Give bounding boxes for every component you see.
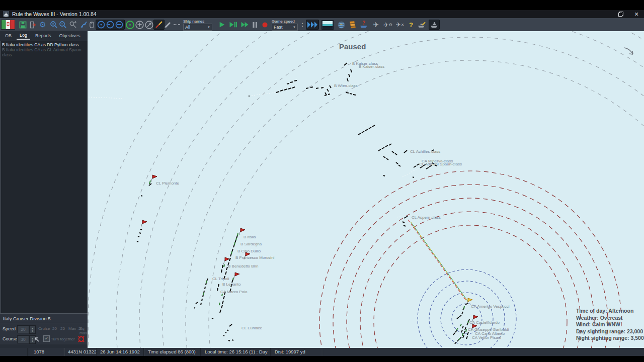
- game-speed-dropdown[interactable]: Fast ▼: [272, 24, 298, 31]
- ship-display-toggle[interactable]: [429, 20, 440, 30]
- plane-icon: ✈: [373, 21, 379, 29]
- status-blank: [0, 348, 28, 356]
- play-button[interactable]: [217, 20, 226, 30]
- spinner-down-icon[interactable]: ▼: [31, 330, 33, 332]
- view-horizon-toggle[interactable]: [114, 20, 125, 30]
- log-list[interactable]: B Italia identifies CA as DD Python-clas…: [1, 41, 89, 315]
- weather-panel-button[interactable]: [321, 20, 334, 30]
- speed-stepper[interactable]: ▲ ▼: [29, 325, 36, 334]
- ship-label[interactable]: B Francesco Morosini: [235, 255, 274, 260]
- turn-together-checkbox[interactable]: ✓: [43, 335, 50, 342]
- ship-label[interactable]: CL Admiral Spaun-class: [419, 162, 462, 166]
- course-label: Course: [3, 336, 17, 341]
- target-icon[interactable]: [77, 335, 86, 343]
- sidebar-tabs: OB Log Reports Objectives: [0, 31, 88, 40]
- gear-icon[interactable]: ⚙: [38, 20, 47, 30]
- day-sighting-range: Day sighting range: 23,000 yds: [576, 328, 644, 335]
- unknown-contact-button[interactable]: ?: [359, 20, 369, 30]
- tab-ob[interactable]: OB: [2, 32, 15, 39]
- status-bar: 1078 4431N 01322E 26 Jun 14:16 1902 Time…: [0, 348, 644, 356]
- friendly-hull-markers: [149, 180, 468, 340]
- fast-forward-button[interactable]: [239, 20, 250, 30]
- help-button[interactable]: ?: [407, 20, 416, 30]
- tab-log[interactable]: Log: [17, 32, 30, 40]
- ship-names-label: Ship names: [183, 19, 204, 24]
- map-canvas[interactable]: [88, 31, 644, 348]
- question-icon: ?: [362, 21, 365, 25]
- ship-label[interactable]: B Sardegna: [240, 242, 262, 246]
- exit-icon[interactable]: [28, 20, 37, 30]
- aircraft-button[interactable]: ✈: [371, 20, 381, 30]
- status-elapsed: Time elapsed 86 (800): [144, 348, 201, 356]
- speed-preset-20[interactable]: 20: [52, 326, 57, 331]
- weather: Weather: Overcast: [576, 315, 644, 322]
- speed-spinner[interactable]: ▲ ▼: [300, 20, 305, 30]
- speed-preset-cruise[interactable]: Cruise: [38, 326, 50, 331]
- ship-label[interactable]: B Caio Duilio: [237, 249, 261, 253]
- close-icon[interactable]: ✕: [632, 11, 641, 18]
- turn-together-label[interactable]: Turn together: [51, 337, 75, 341]
- ship-markers[interactable]: [137, 63, 469, 344]
- speed-label: Speed: [3, 326, 16, 331]
- signal-arrows-icon[interactable]: [79, 20, 88, 30]
- game-speed-label: Game speed: [272, 19, 295, 24]
- ship-label[interactable]: CL Achilles-class: [410, 149, 440, 154]
- speed-preset-sqmax[interactable]: Sq max: [79, 326, 88, 335]
- compass-button[interactable]: [143, 20, 154, 30]
- globe-icon[interactable]: [336, 20, 346, 30]
- max-speed-toggle[interactable]: [306, 20, 319, 30]
- log-entry[interactable]: B Italia identifies CA as DD Python-clas…: [2, 42, 88, 47]
- tactical-map[interactable]: Paused B Kaiser-class B Kaiser-class B W…: [88, 31, 644, 348]
- window-title: Rule the Waves III - Version 1.00.84: [12, 11, 97, 17]
- tab-objectives[interactable]: Objectives: [56, 32, 84, 39]
- track-dashes-icon[interactable]: [173, 20, 182, 30]
- ship-label[interactable]: CL Aspern-class: [412, 215, 441, 220]
- restore-icon[interactable]: [617, 11, 625, 18]
- ship-label[interactable]: B Lepanto: [222, 282, 240, 287]
- aircraft-settings-button[interactable]: ✈⚙: [382, 20, 393, 30]
- flag-markers: [141, 175, 478, 331]
- course-arrow-icon[interactable]: [33, 336, 40, 343]
- speed-input[interactable]: 20: [17, 325, 29, 333]
- chevron-down-icon: ▼: [293, 26, 296, 29]
- tab-reports[interactable]: Reports: [32, 32, 54, 39]
- ship-label[interactable]: B Benedetto Brin: [228, 264, 258, 268]
- ship-label[interactable]: CA Marco Polo: [220, 290, 247, 294]
- ship-label[interactable]: B Wien-class: [334, 83, 358, 88]
- ship-label[interactable]: CA Amerigo Vespucci: [471, 304, 509, 309]
- ship-editor-button[interactable]: [417, 20, 427, 30]
- ship-label[interactable]: CL Piemonte: [156, 181, 179, 186]
- record-button[interactable]: [261, 20, 269, 30]
- search-tools-icon[interactable]: [68, 20, 77, 30]
- pause-button[interactable]: [251, 20, 259, 30]
- ship-names-dropdown[interactable]: All ▼: [183, 24, 212, 31]
- ship-label[interactable]: CL Euridice: [242, 326, 262, 330]
- log-entry[interactable]: B Italia identifies CA as CL Admiral Spa…: [2, 47, 88, 57]
- zoom-in-icon[interactable]: [49, 20, 58, 30]
- speed-preset-max[interactable]: Max -2: [68, 326, 80, 331]
- range-rings-blue: [418, 269, 516, 348]
- pencil-icon[interactable]: [164, 20, 172, 30]
- ship-label[interactable]: B Italia: [244, 235, 256, 239]
- save-icon[interactable]: [18, 20, 27, 30]
- course-input[interactable]: 30: [17, 335, 29, 343]
- app-icon: [3, 11, 9, 17]
- signal-flags-icon[interactable]: [348, 20, 358, 30]
- nation-flag-button[interactable]: [1, 20, 15, 30]
- speed-preset-25[interactable]: 25: [60, 326, 65, 331]
- ship-label[interactable]: CA Castelfidardo: [469, 320, 500, 325]
- zoom-out-icon[interactable]: [58, 20, 67, 30]
- aircraft-cancel-button[interactable]: ✈✕: [394, 20, 406, 30]
- spinner-down-icon[interactable]: ▼: [301, 25, 304, 28]
- status-coordinates: 4431N 01322E: [64, 348, 97, 356]
- cross-icon: ✕: [401, 23, 405, 27]
- targeting-lines: [408, 220, 468, 302]
- play-step-button[interactable]: [228, 20, 238, 30]
- ship-label[interactable]: CA Vettor Pisani: [472, 335, 501, 340]
- range-rings-grey: [88, 31, 644, 348]
- mouse-icon[interactable]: [89, 20, 95, 30]
- ship-label[interactable]: B Kaiser-class: [359, 64, 384, 69]
- chevron-down-icon: ▼: [207, 26, 210, 29]
- torpedo-tracks-toggle[interactable]: [153, 20, 165, 30]
- ship-label[interactable]: CL Tripoli: [212, 277, 229, 281]
